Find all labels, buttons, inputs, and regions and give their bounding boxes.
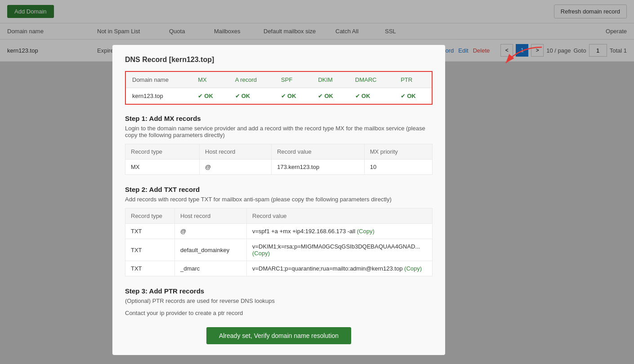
step2-host-0: @ bbox=[175, 224, 247, 239]
dns-record-modal: DNS Record [kern123.top] Domain name MX … bbox=[112, 45, 445, 355]
step2-type-0: TXT bbox=[125, 224, 175, 239]
status-header-dmarc: DMARC bbox=[349, 71, 394, 88]
status-domain: kern123.top bbox=[125, 88, 192, 105]
step2-header-value: Record value bbox=[247, 209, 433, 224]
copy-link-1[interactable]: (Copy) bbox=[252, 250, 270, 257]
step1-desc: Login to the domain name service provide… bbox=[125, 125, 433, 138]
step2-desc: Add records with record type TXT for mai… bbox=[125, 196, 433, 203]
step1-header-type: Record type bbox=[125, 144, 200, 160]
dns-status-row: kern123.top ✔OK ✔OK ✔OK ✔OK ✔OK ✔OK bbox=[125, 88, 432, 105]
step2-row-0: TXT @ v=spf1 +a +mx +ip4:192.168.66.173 … bbox=[125, 224, 433, 239]
step1-row: MX @ 173.kern123.top 10 bbox=[125, 160, 433, 175]
status-header-mx: MX bbox=[192, 71, 228, 88]
step1-title: Step 1: Add MX records bbox=[125, 115, 433, 122]
step1-header-value: Record value bbox=[272, 144, 365, 160]
status-header-ptr: PTR bbox=[394, 71, 432, 88]
status-spf: ✔OK bbox=[275, 88, 312, 105]
step2-host-1: default_domainkey bbox=[175, 239, 247, 261]
step2-table: Record type Host record Record value TXT… bbox=[125, 208, 433, 276]
step2-value-2: v=DMARC1;p=quarantine;rua=mailto:admin@k… bbox=[247, 261, 433, 276]
step1-table: Record type Host record Record value MX … bbox=[125, 144, 433, 175]
step1-header-host: Host record bbox=[200, 144, 272, 160]
status-header-dkim: DKIM bbox=[312, 71, 348, 88]
status-dkim: ✔OK bbox=[312, 88, 348, 105]
step3-desc2: Contact your ip provider to create a ptr… bbox=[125, 310, 433, 316]
copy-link-2[interactable]: (Copy) bbox=[404, 265, 422, 272]
step2-type-2: TXT bbox=[125, 261, 175, 276]
step2-value-0: v=spf1 +a +mx +ip4:192.168.66.173 -all (… bbox=[247, 224, 433, 239]
status-arecord: ✔OK bbox=[229, 88, 275, 105]
step3-title: Step 3: Add PTR records bbox=[125, 287, 433, 295]
step1-host: @ bbox=[200, 160, 272, 175]
step2-host-2: _dmarc bbox=[175, 261, 247, 276]
step2-type-1: TXT bbox=[125, 239, 175, 261]
ptr-check-icon: ✔ bbox=[401, 93, 406, 99]
status-header-spf: SPF bbox=[275, 71, 312, 88]
step2-header-host: Host record bbox=[175, 209, 247, 224]
dmarc-check-icon: ✔ bbox=[355, 93, 360, 99]
status-dmarc: ✔OK bbox=[349, 88, 394, 105]
step1-value: 173.kern123.top bbox=[272, 160, 365, 175]
copy-link-0[interactable]: (Copy) bbox=[357, 228, 375, 235]
step1-section: Step 1: Add MX records Login to the doma… bbox=[125, 115, 433, 175]
page-layout: Add Domain Refresh domain record Domain … bbox=[0, 0, 634, 364]
step2-row-2: TXT _dmarc v=DMARC1;p=quarantine;rua=mai… bbox=[125, 261, 433, 276]
step2-value-1: v=DKIM1;k=rsa;p=MIGfMA0GCSqGSIb3DQEBAQUA… bbox=[247, 239, 433, 261]
step2-row-1: TXT default_domainkey v=DKIM1;k=rsa;p=MI… bbox=[125, 239, 433, 261]
status-header-arecord: A record bbox=[229, 71, 275, 88]
arecord-check-icon: ✔ bbox=[235, 93, 240, 99]
verify-button[interactable]: Already set, Verify domain name resoluti… bbox=[206, 327, 351, 344]
step1-type: MX bbox=[125, 160, 200, 175]
step3-section: Step 3: Add PTR records (Optional) PTR r… bbox=[125, 287, 433, 316]
step2-header-type: Record type bbox=[125, 209, 175, 224]
mx-check-icon: ✔ bbox=[198, 93, 203, 99]
dns-status-table: Domain name MX A record SPF DKIM DMARC P… bbox=[125, 71, 433, 105]
modal-title: DNS Record [kern123.top] bbox=[125, 56, 433, 64]
modal-overlay: DNS Record [kern123.top] Domain name MX … bbox=[0, 0, 634, 364]
status-ptr: ✔OK bbox=[394, 88, 432, 105]
spf-check-icon: ✔ bbox=[281, 93, 286, 99]
step2-section: Step 2: Add TXT record Add records with … bbox=[125, 186, 433, 276]
step3-desc1: (Optional) PTR records are used for reve… bbox=[125, 297, 433, 304]
status-header-domain: Domain name bbox=[125, 71, 192, 88]
step1-header-priority: MX priority bbox=[364, 144, 432, 160]
dkim-check-icon: ✔ bbox=[318, 93, 323, 99]
step1-priority: 10 bbox=[364, 160, 432, 175]
step2-title: Step 2: Add TXT record bbox=[125, 186, 433, 193]
status-mx: ✔OK bbox=[192, 88, 228, 105]
